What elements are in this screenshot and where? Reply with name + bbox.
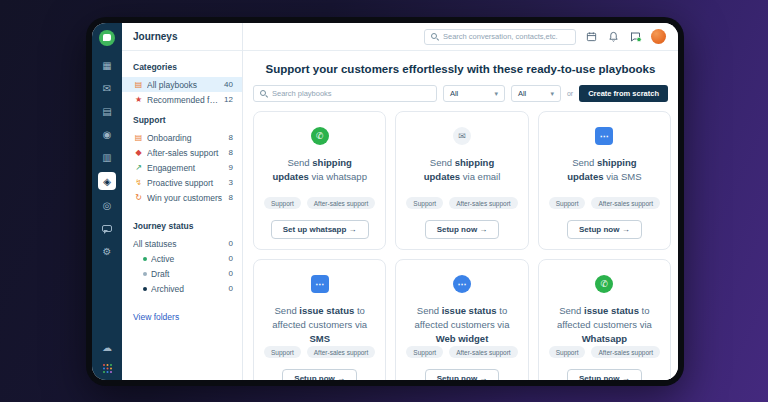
dropdown-value: All: [518, 89, 526, 98]
sidebar-body: Categories ▤ All playbooks 40 ★ Recommen…: [122, 51, 242, 322]
sidebar-item-count: 8: [229, 148, 233, 157]
app-window: ▦ ✉ ▤ ◉ ▥ ◈ ◎ ⚙ ☁ Journeys Categories: [92, 23, 678, 380]
sidebar-item-status-archived[interactable]: Archived 0: [122, 281, 242, 296]
playbook-card[interactable]: Send shipping updates via SMS Support Af…: [538, 111, 671, 250]
sidebar-item-all-playbooks[interactable]: ▤ All playbooks 40: [122, 77, 242, 92]
sidebar-item-proactive-support[interactable]: ↯ Proactive support 3: [122, 175, 242, 190]
draft-status-dot: [143, 272, 147, 276]
whatsapp-icon: [595, 275, 613, 293]
filter-dropdown-channel[interactable]: All ▾: [511, 85, 561, 102]
sidebar-item-status-draft[interactable]: Draft 0: [122, 266, 242, 281]
card-tags: Support After-sales support: [549, 346, 660, 358]
user-avatar[interactable]: [651, 29, 666, 44]
global-search-input[interactable]: [443, 32, 569, 41]
journey-status-label: Journey status: [122, 221, 242, 231]
dropdown-value: All: [450, 89, 458, 98]
global-search[interactable]: [424, 29, 576, 45]
trend-up-icon: ↗: [133, 163, 144, 172]
automation-icon[interactable]: ▤: [98, 103, 116, 119]
tag: Support: [406, 346, 443, 358]
top-bar: [243, 23, 678, 51]
playbooks-stack-icon: ▤: [133, 80, 144, 89]
billing-icon[interactable]: ◎: [98, 197, 116, 213]
sidebar-item-count: 40: [224, 80, 233, 89]
filter-dropdown-category[interactable]: All ▾: [443, 85, 505, 102]
knowledge-base-icon[interactable]: ▥: [98, 149, 116, 165]
sidebar-item-label: Win your customers: [147, 193, 225, 203]
main-content: Support your customers effortlessly with…: [243, 51, 678, 380]
star-icon: ★: [133, 95, 144, 104]
chat-status-icon[interactable]: [629, 30, 642, 43]
dashboard-icon[interactable]: ▦: [98, 57, 116, 73]
bell-icon[interactable]: [607, 30, 620, 43]
playbook-card[interactable]: Send shipping updates via whatsapp Suppo…: [253, 111, 386, 250]
truck-icon: ◆: [133, 148, 144, 157]
inbox-icon[interactable]: ✉: [98, 80, 116, 96]
playbook-search-input[interactable]: [272, 89, 430, 98]
sidebar-item-label: Draft: [151, 269, 225, 279]
sidebar-item-label: After-sales support: [147, 148, 225, 158]
card-tags: Support After-sales support: [406, 197, 517, 209]
card-setup-button[interactable]: Setup now →: [425, 369, 500, 380]
or-label: or: [567, 90, 573, 97]
sms-icon: [311, 275, 329, 293]
page-title: Journeys: [122, 23, 242, 51]
sidebar-item-after-sales-support[interactable]: ◆ After-sales support 8: [122, 145, 242, 160]
tag: Support: [264, 197, 301, 209]
app-window-frame: ▦ ✉ ▤ ◉ ▥ ◈ ◎ ⚙ ☁ Journeys Categories: [86, 17, 684, 386]
card-setup-button[interactable]: Setup now →: [425, 220, 500, 239]
journeys-icon[interactable]: ◈: [98, 172, 116, 190]
page-headline: Support your customers effortlessly with…: [253, 63, 668, 75]
sidebar-item-all-statuses[interactable]: All statuses 0: [122, 236, 242, 251]
tag: After-sales support: [591, 197, 660, 209]
playbook-card[interactable]: Send issue status to affected customers …: [253, 259, 386, 380]
search-icon: [260, 90, 268, 98]
card-title: Send shipping updates via whatsapp: [264, 156, 375, 184]
tag: Support: [549, 197, 586, 209]
sidebar-item-count: 0: [229, 269, 233, 278]
whatsapp-icon: [311, 127, 329, 145]
playbook-card[interactable]: Send issue status to affected customers …: [538, 259, 671, 380]
sidebar-item-win-your-customers[interactable]: ↻ Win your customers 8: [122, 190, 242, 205]
rail-bottom: ☁: [98, 339, 116, 373]
sidebar-item-recommended[interactable]: ★ Recommended for you 12: [122, 92, 242, 107]
calendar-icon[interactable]: [585, 30, 598, 43]
card-setup-button[interactable]: Setup now →: [567, 369, 642, 380]
tag: Support: [264, 346, 301, 358]
card-tags: Support After-sales support: [264, 346, 375, 358]
view-folders-link[interactable]: View folders: [122, 312, 242, 322]
sidebar-item-count: 9: [229, 163, 233, 172]
card-tags: Support After-sales support: [264, 197, 375, 209]
sidebar-item-label: All statuses: [133, 239, 225, 249]
customers-icon[interactable]: ◉: [98, 126, 116, 142]
freshchat-logo-icon: [99, 30, 115, 46]
sidebar-item-count: 0: [229, 254, 233, 263]
create-from-scratch-button[interactable]: Create from scratch: [579, 85, 668, 102]
tag: After-sales support: [591, 346, 660, 358]
playbook-card[interactable]: Send issue status to affected customers …: [395, 259, 528, 380]
sidebar-item-label: Active: [151, 254, 225, 264]
playbook-card-grid: Send shipping updates via whatsapp Suppo…: [253, 111, 668, 380]
sidebar-item-onboarding[interactable]: ▤ Onboarding 8: [122, 130, 242, 145]
playbook-search[interactable]: [253, 85, 437, 102]
chevron-down-icon: ▾: [494, 90, 498, 98]
archived-status-dot: [143, 287, 147, 291]
app-switcher-icon[interactable]: [103, 364, 112, 373]
sidebar-item-status-active[interactable]: Active 0: [122, 251, 242, 266]
tag: After-sales support: [449, 346, 518, 358]
freshworks-ship-icon[interactable]: ☁: [98, 339, 116, 355]
sidebar-item-engagement[interactable]: ↗ Engagement 9: [122, 160, 242, 175]
card-title: Send shipping updates via email: [406, 156, 517, 184]
sidebar-item-count: 0: [229, 239, 233, 248]
card-setup-button[interactable]: Setup now →: [282, 369, 357, 380]
sidebar-item-label: Archived: [151, 284, 225, 294]
tag: Support: [406, 197, 443, 209]
sidebar-item-count: 3: [229, 178, 233, 187]
settings-gear-icon[interactable]: ⚙: [98, 243, 116, 259]
live-chat-icon[interactable]: [98, 220, 116, 236]
tag: After-sales support: [449, 197, 518, 209]
card-tags: Support After-sales support: [549, 197, 660, 209]
card-setup-button[interactable]: Set up whatsapp →: [271, 220, 369, 239]
card-setup-button[interactable]: Setup now →: [567, 220, 642, 239]
playbook-card[interactable]: Send shipping updates via email Support …: [395, 111, 528, 250]
